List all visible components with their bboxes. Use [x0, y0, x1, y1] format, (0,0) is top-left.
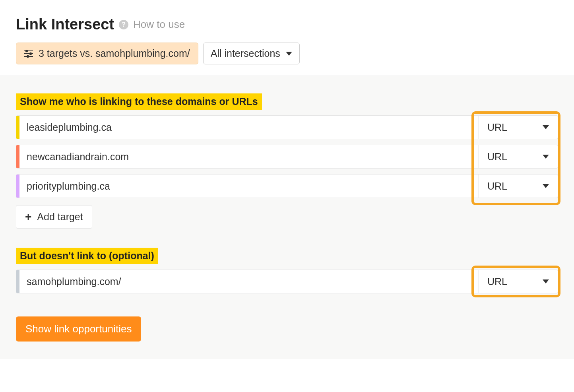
chevron-down-icon: [543, 125, 549, 129]
target-row: URL: [16, 115, 558, 139]
section-exclude: But doesn't link to (optional) URL: [16, 248, 558, 293]
svg-point-3: [30, 52, 31, 54]
section1-label: Show me who is linking to these domains …: [16, 93, 262, 110]
exclude-group: URL: [16, 270, 558, 293]
target-mode-select[interactable]: URL: [478, 116, 558, 139]
show-opportunities-button[interactable]: Show link opportunities: [16, 316, 141, 342]
mode-label: URL: [487, 122, 507, 133]
mode-label: URL: [487, 276, 507, 287]
section-linking-to: Show me who is linking to these domains …: [16, 93, 558, 229]
targets-group: URL URL URL: [16, 115, 558, 198]
mode-label: URL: [487, 151, 507, 163]
how-to-use-link[interactable]: How to use: [133, 18, 185, 31]
target-color-bar: [16, 270, 19, 293]
target-row: URL: [16, 174, 558, 198]
targets-summary-text: 3 targets vs. samohplumbing.com/: [39, 48, 190, 59]
intersections-label: All intersections: [211, 48, 280, 59]
page-title: Link Intersect: [16, 16, 114, 33]
sliders-icon: [24, 50, 33, 58]
title-row: Link Intersect ? How to use: [16, 16, 558, 33]
target-mode-select[interactable]: URL: [478, 145, 558, 168]
chevron-down-icon: [543, 279, 549, 283]
add-target-button[interactable]: + Add target: [16, 205, 92, 229]
header: Link Intersect ? How to use 3 targets vs…: [0, 0, 574, 76]
plus-icon: +: [25, 212, 31, 223]
target-mode-select[interactable]: URL: [478, 270, 558, 293]
target-row: URL: [16, 270, 558, 293]
target-input[interactable]: [19, 145, 478, 168]
chevron-down-icon: [543, 184, 549, 188]
filter-row: 3 targets vs. samohplumbing.com/ All int…: [16, 43, 558, 64]
svg-point-1: [26, 50, 27, 51]
section2-label: But doesn't link to (optional): [16, 248, 158, 264]
target-color-bar: [16, 116, 19, 139]
mode-label: URL: [487, 180, 507, 192]
add-target-label: Add target: [37, 211, 83, 223]
intersections-dropdown[interactable]: All intersections: [203, 43, 300, 64]
target-input[interactable]: [19, 175, 478, 198]
target-input[interactable]: [19, 116, 478, 139]
svg-point-5: [27, 55, 29, 57]
exclude-input[interactable]: [19, 270, 478, 293]
target-color-bar: [16, 175, 19, 198]
help-icon[interactable]: ?: [119, 20, 128, 29]
body-area: Show me who is linking to these domains …: [0, 76, 574, 359]
targets-summary-pill[interactable]: 3 targets vs. samohplumbing.com/: [16, 43, 198, 64]
target-row: URL: [16, 145, 558, 169]
chevron-down-icon: [543, 155, 549, 159]
target-mode-select[interactable]: URL: [478, 175, 558, 198]
target-color-bar: [16, 145, 19, 168]
chevron-down-icon: [286, 52, 292, 56]
